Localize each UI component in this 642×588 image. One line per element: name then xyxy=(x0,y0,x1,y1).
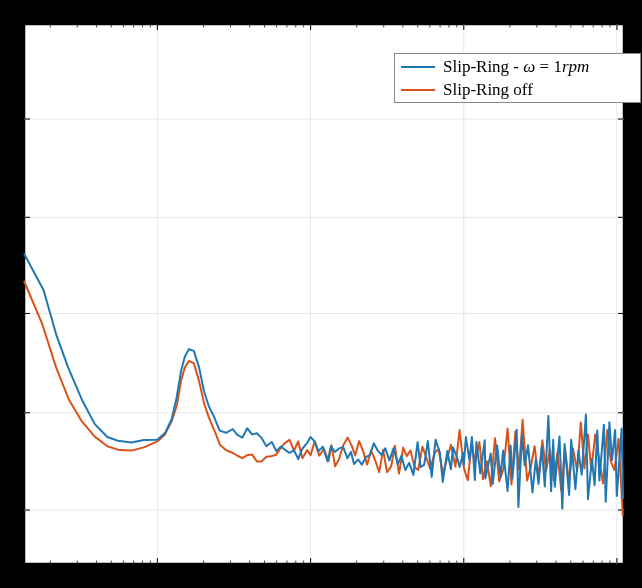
legend-row-on: Slip-Ring - ω = 1rpm xyxy=(401,56,634,77)
chart-frame: Slip-Ring - ω = 1rpm Slip-Ring off xyxy=(0,0,642,588)
legend-label-off: Slip-Ring off xyxy=(443,80,533,100)
plot-area: Slip-Ring - ω = 1rpm Slip-Ring off xyxy=(24,24,624,564)
legend-row-off: Slip-Ring off xyxy=(401,79,634,100)
legend: Slip-Ring - ω = 1rpm Slip-Ring off xyxy=(394,53,641,103)
legend-label-on: Slip-Ring - ω = 1rpm xyxy=(443,57,589,77)
legend-swatch-off xyxy=(401,89,435,91)
series-slip-ring-on xyxy=(24,24,624,564)
legend-swatch-on xyxy=(401,66,435,68)
